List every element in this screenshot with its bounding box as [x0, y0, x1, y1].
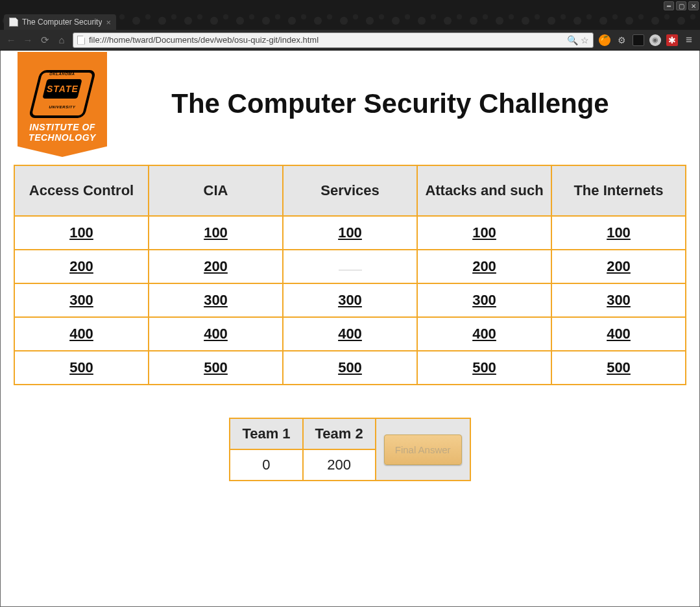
url-text: file:///home/tward/Documents/dev/web/osu… — [89, 35, 564, 45]
page-viewport: OKLAHOMA STATE UNIVERSITY INSTITUTE OFTE… — [0, 51, 700, 607]
category-header: Access Control — [14, 165, 149, 216]
question-cell[interactable]: 100 — [149, 216, 283, 250]
question-link[interactable]: 500 — [338, 359, 362, 375]
window-maximize-button[interactable]: ▢ — [676, 1, 686, 10]
extension-icon-2[interactable] — [633, 34, 644, 46]
question-link[interactable]: 100 — [204, 224, 228, 241]
extension-icon-3[interactable]: ✱ — [666, 34, 678, 46]
question-link[interactable]: 200 — [607, 258, 631, 274]
team-score: 200 — [303, 449, 376, 481]
question-link[interactable]: 400 — [69, 326, 93, 342]
window-titlebar: ━ ▢ ✕ — [0, 0, 700, 12]
team-header: Team 2 — [303, 418, 376, 449]
osu-banner-logo: OKLAHOMA STATE UNIVERSITY INSTITUTE OFTE… — [18, 52, 107, 157]
browser-tabbar: The Computer Security × — [0, 12, 700, 30]
team-header: Team 1 — [230, 418, 302, 449]
question-cell[interactable]: 100 — [551, 216, 686, 250]
question-cell[interactable]: 300 — [417, 283, 551, 317]
question-cell[interactable]: 200 — [149, 250, 283, 283]
question-cell[interactable]: 500 — [417, 351, 551, 385]
question-cell[interactable]: 200 — [551, 250, 686, 283]
question-cell[interactable]: 400 — [283, 317, 417, 351]
extension-shield-icon[interactable]: ◉ — [649, 34, 661, 46]
question-cell: 200 — [283, 250, 417, 283]
logo-bottom-text: UNIVERSITY — [34, 105, 90, 109]
question-cell[interactable]: 500 — [551, 351, 686, 385]
forward-button[interactable]: → — [22, 34, 34, 46]
question-cell[interactable]: 300 — [149, 283, 283, 317]
logo-main-text: STATE — [47, 84, 78, 94]
question-cell[interactable]: 400 — [551, 317, 686, 351]
browser-toolbar: ← → ⟳ ⌂ file:///home/tward/Documents/dev… — [0, 30, 700, 51]
banner-subtitle: INSTITUTE OFTECHNOLOGY — [29, 122, 96, 143]
game-board: Access ControlCIAServicesAttacks and suc… — [14, 165, 686, 385]
page-icon — [9, 18, 18, 27]
home-button[interactable]: ⌂ — [56, 34, 67, 46]
window-close-button[interactable]: ✕ — [688, 1, 699, 10]
category-header: Services — [283, 165, 417, 216]
question-cell[interactable]: 300 — [551, 283, 686, 317]
question-link[interactable]: 400 — [607, 326, 631, 342]
url-bar[interactable]: file:///home/tward/Documents/dev/web/osu… — [73, 32, 594, 48]
question-cell[interactable]: 500 — [14, 351, 149, 385]
question-cell[interactable]: 100 — [14, 216, 149, 250]
question-link[interactable]: 500 — [607, 359, 631, 375]
question-link[interactable]: 300 — [204, 292, 228, 308]
question-link[interactable]: 200 — [472, 258, 496, 274]
question-cell[interactable]: 200 — [14, 250, 149, 283]
question-cell[interactable]: 200 — [417, 250, 551, 283]
hamburger-menu-icon[interactable]: ≡ — [683, 34, 695, 46]
question-link[interactable]: 400 — [472, 326, 496, 342]
question-link[interactable]: 500 — [472, 359, 496, 375]
extension-icon-1[interactable]: 🍊 — [599, 34, 610, 46]
tab-close-icon[interactable]: × — [106, 18, 111, 27]
final-answer-cell: Final Answer — [376, 418, 470, 481]
question-link[interactable]: 300 — [338, 292, 362, 308]
question-link[interactable]: 200 — [204, 258, 228, 274]
score-table: Team 1Team 2Final Answer 0200 — [229, 418, 470, 481]
question-link[interactable]: 400 — [338, 326, 362, 342]
question-cell[interactable]: 500 — [149, 351, 283, 385]
reload-button[interactable]: ⟳ — [39, 34, 51, 46]
logo-top-text: OKLAHOMA — [34, 72, 90, 76]
question-link[interactable]: 300 — [472, 292, 496, 308]
page-title: The Computer Security Challenge — [107, 88, 686, 119]
question-link[interactable]: 500 — [69, 359, 93, 375]
page-header: OKLAHOMA STATE UNIVERSITY INSTITUTE OFTE… — [1, 51, 699, 157]
bookmark-star-icon[interactable]: ☆ — [581, 35, 589, 45]
back-button[interactable]: ← — [5, 34, 17, 46]
question-link: 200 — [339, 270, 362, 271]
question-link[interactable]: 200 — [69, 258, 93, 274]
question-cell[interactable]: 100 — [283, 216, 417, 250]
question-cell[interactable]: 400 — [149, 317, 283, 351]
category-header: CIA — [149, 165, 283, 216]
tab-title: The Computer Security — [22, 18, 102, 27]
team-score: 0 — [230, 449, 302, 481]
question-cell[interactable]: 400 — [417, 317, 551, 351]
question-link[interactable]: 300 — [69, 292, 93, 308]
question-link[interactable]: 400 — [204, 326, 228, 342]
question-cell[interactable]: 500 — [283, 351, 417, 385]
window-minimize-button[interactable]: ━ — [664, 1, 674, 10]
zoom-icon[interactable]: 🔍 — [567, 35, 578, 45]
settings-gear-icon[interactable]: ⚙ — [616, 34, 627, 46]
question-link[interactable]: 100 — [338, 224, 362, 241]
question-link[interactable]: 500 — [204, 359, 228, 375]
question-cell[interactable]: 400 — [14, 317, 149, 351]
file-icon — [77, 36, 85, 45]
final-answer-button[interactable]: Final Answer — [384, 434, 462, 465]
osu-shield-icon: OKLAHOMA STATE UNIVERSITY — [34, 70, 90, 118]
question-link[interactable]: 300 — [607, 292, 631, 308]
question-cell[interactable]: 300 — [14, 283, 149, 317]
browser-tab[interactable]: The Computer Security × — [4, 14, 116, 30]
question-link[interactable]: 100 — [69, 224, 93, 241]
category-header: The Internets — [551, 165, 686, 216]
question-cell[interactable]: 100 — [417, 216, 551, 250]
question-link[interactable]: 100 — [607, 224, 631, 241]
question-link[interactable]: 100 — [472, 224, 496, 241]
category-header: Attacks and such — [417, 165, 551, 216]
question-cell[interactable]: 300 — [283, 283, 417, 317]
